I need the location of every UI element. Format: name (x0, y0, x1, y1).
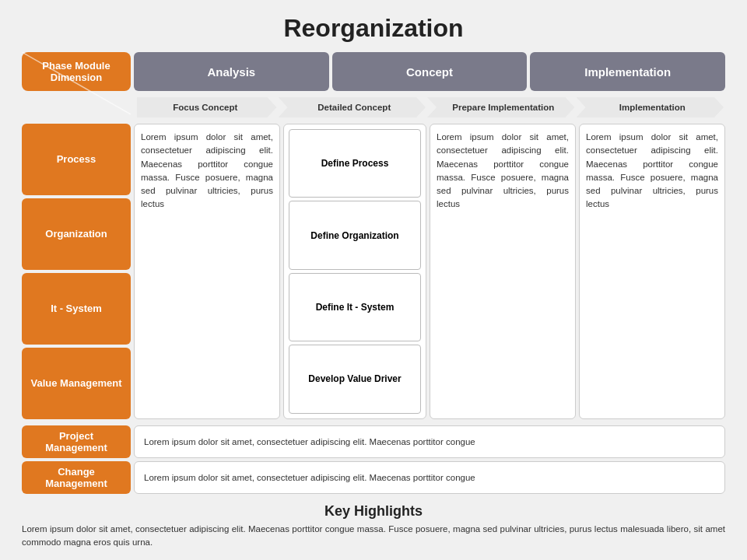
col-header-implementation: Implementation (530, 52, 725, 91)
label-it-system: It - System (22, 273, 131, 345)
col3-lorem: Lorem ipsum dolor sit amet, consectetuer… (430, 124, 576, 419)
col-header-concept: Concept (332, 52, 528, 91)
upper-row-labels: Process Organization It - System Value M… (22, 124, 131, 419)
key-highlights-text: Lorem ipsum dolor sit amet, consectetuer… (22, 523, 725, 550)
label-process: Process (22, 124, 131, 195)
define-organization-box: Define Organization (289, 201, 421, 269)
define-process-box: Define Process (289, 129, 421, 198)
key-highlights-section: Key Highlights Lorem ipsum dolor sit ame… (22, 503, 725, 550)
chevron-implementation: Implementation (577, 97, 724, 117)
header-row: Phase Module Dimension Analysis Concept … (22, 52, 725, 91)
col2-define-boxes: Define Process Define Organization Defin… (283, 124, 426, 419)
define-it-system-box: Define It - System (289, 273, 421, 341)
change-management-text: Lorem ipsum dolor sit amet, consectetuer… (134, 461, 725, 494)
subheader-row: Focus Concept Detailed Concept Prepare I… (137, 97, 725, 117)
phase-module-bottom-label: Dimension (30, 72, 123, 83)
phase-module-box: Phase Module Dimension (22, 52, 131, 91)
project-management-row: Project Management Lorem ipsum dolor sit… (22, 425, 725, 458)
project-management-text: Lorem ipsum dolor sit amet, consectetuer… (134, 425, 725, 458)
label-change-management: Change Management (22, 461, 131, 494)
upper-area: Process Organization It - System Value M… (22, 124, 725, 419)
label-project-management: Project Management (22, 425, 131, 458)
label-value-management: Value Management (22, 348, 131, 419)
page-title: Reorganization (22, 14, 725, 43)
change-management-row: Change Management Lorem ipsum dolor sit … (22, 461, 725, 494)
key-highlights-title: Key Highlights (22, 503, 725, 520)
chevron-focus-concept: Focus Concept (137, 97, 277, 117)
col1-lorem: Lorem ipsum dolor sit amet, consectetuer… (134, 124, 280, 419)
col4-lorem: Lorem ipsum dolor sit amet, consectetuer… (579, 124, 725, 419)
column-headers: Analysis Concept Implementation (134, 52, 725, 91)
col-header-analysis: Analysis (134, 52, 329, 91)
develop-value-driver-box: Develop Value Driver (289, 345, 421, 413)
phase-module-top-label: Phase Module (30, 60, 123, 72)
chevron-prepare-implementation: Prepare Implementation (427, 97, 575, 117)
label-organization: Organization (22, 198, 131, 270)
lower-rows: Project Management Lorem ipsum dolor sit… (22, 425, 725, 494)
chevron-detailed-concept: Detailed Concept (279, 97, 426, 117)
